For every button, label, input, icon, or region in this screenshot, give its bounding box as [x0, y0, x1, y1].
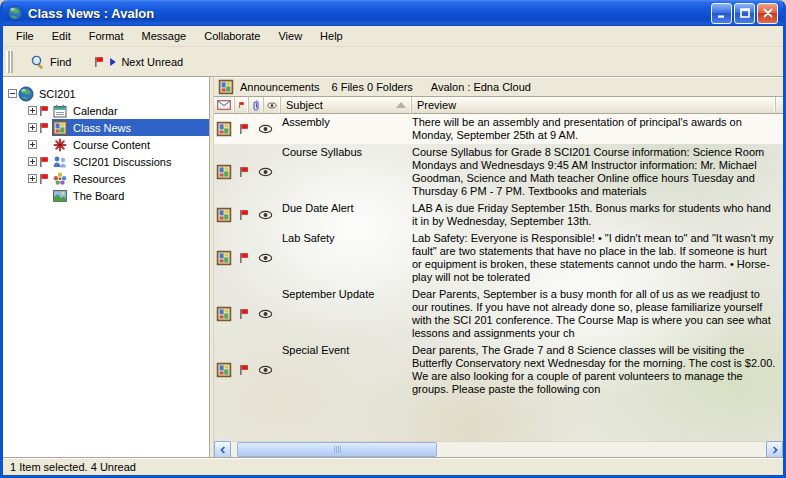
toolbar-grip[interactable] — [6, 51, 13, 73]
message-subject: Assembly — [278, 116, 409, 129]
flag-icon — [238, 99, 245, 111]
unread-flag-icon — [38, 105, 52, 117]
message-row[interactable]: Lab Safety Lab Safety: Everyone is Respo… — [214, 230, 783, 286]
scrollbar-thumb[interactable] — [237, 442, 437, 457]
arrow-right-icon — [109, 57, 117, 67]
expand-toggle[interactable] — [28, 157, 37, 166]
tree-item-course-content[interactable]: Course Content — [3, 136, 209, 153]
find-button[interactable]: Find — [21, 50, 80, 74]
eye-icon[interactable] — [252, 116, 278, 142]
tree-item-label: Calendar — [70, 104, 121, 118]
flag-icon — [93, 56, 105, 68]
tree-item-label: SCI201 — [36, 87, 79, 101]
message-row[interactable]: Assembly There will be an assembly and p… — [214, 114, 783, 144]
message-row[interactable]: Special Event Dear parents, The Grade 7 … — [214, 342, 783, 398]
menu-help[interactable]: Help — [311, 28, 352, 45]
window-controls — [711, 3, 778, 24]
close-icon — [762, 7, 774, 19]
maximize-button[interactable] — [734, 3, 755, 24]
menu-view[interactable]: View — [269, 28, 311, 45]
window-title: Class News : Avalon — [28, 6, 706, 21]
column-header-read[interactable] — [264, 97, 281, 113]
message-preview: LAB A is due Friday September 15th. Bonu… — [409, 202, 777, 228]
tree-item-the-board[interactable]: The Board — [3, 187, 209, 204]
status-bar: 1 Item selected. 4 Unread — [3, 458, 783, 475]
tree-item-label: Course Content — [70, 138, 153, 152]
message-list: Assembly There will be an assembly and p… — [214, 114, 783, 441]
chevron-left-icon — [219, 446, 227, 454]
unread-flag-icon — [238, 202, 252, 228]
expand-toggle[interactable] — [28, 106, 37, 115]
menu-message[interactable]: Message — [133, 28, 196, 45]
column-header-message-type[interactable] — [214, 97, 235, 113]
magnifier-icon — [30, 54, 46, 70]
tree-root-sci201[interactable]: SCI201 — [3, 85, 209, 102]
folder-icon — [52, 154, 70, 170]
column-header-subject[interactable]: Subject — [281, 97, 412, 113]
menu-edit[interactable]: Edit — [43, 28, 80, 45]
titlebar[interactable]: Class News : Avalon — [3, 0, 783, 26]
menu-file[interactable]: File — [7, 28, 43, 45]
eye-icon[interactable] — [252, 202, 278, 228]
unread-flag-icon — [38, 190, 52, 202]
folder-icon — [52, 137, 70, 153]
message-subject: Special Event — [278, 344, 409, 357]
expand-toggle[interactable] — [28, 140, 37, 149]
tree-item-resources[interactable]: Resources — [3, 170, 209, 187]
column-header-preview[interactable]: Preview — [412, 97, 776, 113]
unread-flag-icon — [238, 146, 252, 198]
minimize-button[interactable] — [711, 3, 732, 24]
toolbar: Find Next Unread — [3, 47, 783, 77]
message-row[interactable]: Course Syllabus Course Syllabus for Grad… — [214, 144, 783, 200]
bulletin-item-icon — [216, 146, 238, 198]
paperclip-icon — [252, 99, 260, 112]
column-header-spacer — [776, 97, 783, 113]
minimize-icon — [716, 7, 728, 19]
tree-item-class-news[interactable]: Class News — [3, 119, 209, 136]
menu-collaborate[interactable]: Collaborate — [195, 28, 269, 45]
expand-toggle[interactable] — [28, 174, 37, 183]
server-user-label: Avalon : Edna Cloud — [425, 81, 537, 93]
next-unread-label: Next Unread — [121, 56, 183, 68]
bulletin-item-icon — [216, 288, 238, 340]
tree-item-calendar[interactable]: Calendar — [3, 102, 209, 119]
message-subject: Course Syllabus — [278, 146, 409, 159]
expand-toggle[interactable] — [28, 123, 37, 132]
message-row[interactable]: September Update Dear Parents, September… — [214, 286, 783, 342]
eye-icon[interactable] — [252, 146, 278, 198]
scroll-left-button[interactable] — [214, 441, 231, 458]
unread-flag-icon — [238, 116, 252, 142]
column-header-flag[interactable] — [235, 97, 249, 113]
tree-item-label: The Board — [70, 189, 127, 203]
bulletin-item-icon — [216, 202, 238, 228]
folder-icon — [18, 86, 36, 102]
scroll-right-button[interactable] — [766, 441, 783, 458]
unread-flag-icon — [38, 156, 52, 168]
message-row[interactable]: Due Date Alert LAB A is due Friday Septe… — [214, 200, 783, 230]
next-unread-button[interactable]: Next Unread — [84, 52, 192, 72]
find-label: Find — [50, 56, 71, 68]
message-preview: Dear parents, The Grade 7 and 8 Science … — [409, 344, 777, 396]
subject-header-label: Subject — [284, 99, 396, 111]
message-preview: Lab Safety: Everyone is Responsible! • "… — [409, 232, 777, 284]
unread-flag-icon — [38, 139, 52, 151]
message-subject: September Update — [278, 288, 409, 301]
envelope-icon — [217, 100, 231, 110]
folder-icon — [52, 171, 70, 187]
horizontal-scrollbar[interactable] — [214, 441, 783, 458]
app-globe-icon — [7, 5, 23, 21]
unread-flag-icon — [238, 288, 252, 340]
bulletin-item-icon — [216, 344, 238, 396]
column-header-attachment[interactable] — [249, 97, 264, 113]
eye-icon[interactable] — [252, 288, 278, 340]
conference-info-bar: Announcements 6 Files 0 Folders Avalon :… — [214, 77, 783, 97]
eye-icon[interactable] — [252, 232, 278, 284]
menu-format[interactable]: Format — [80, 28, 133, 45]
expand-toggle[interactable] — [8, 89, 17, 98]
eye-icon[interactable] — [252, 344, 278, 396]
column-headers: Subject Preview — [214, 97, 783, 114]
tree-item-sci201-discussions[interactable]: SCI201 Discussions — [3, 153, 209, 170]
folder-icon — [52, 188, 70, 204]
sort-ascending-icon — [396, 102, 406, 108]
close-button[interactable] — [757, 3, 778, 24]
